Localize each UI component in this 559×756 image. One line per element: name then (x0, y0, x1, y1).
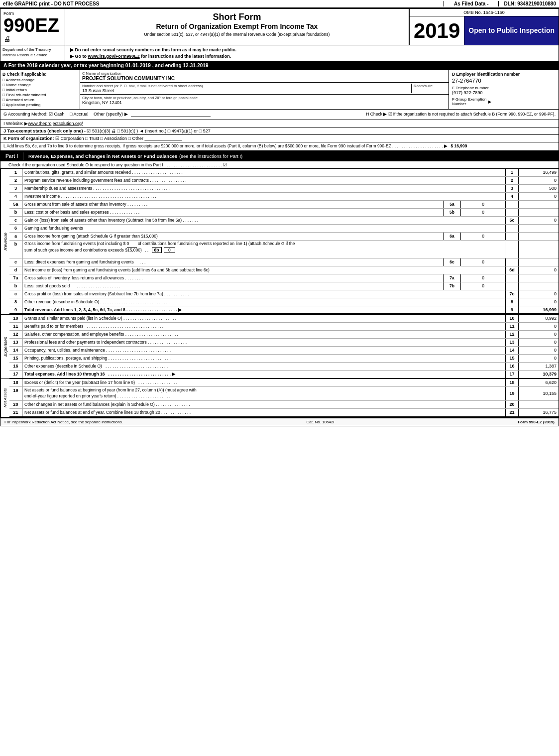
line-18-ref: 18 (506, 379, 519, 386)
net-assets-label: Net Assets (0, 379, 9, 417)
line-6a-field-label: 6a (443, 233, 461, 240)
line-19-desc: Net assets or fund balances at beginning… (22, 387, 506, 400)
check-h-section: H Check ▶ ☑ if the organization is not r… (366, 112, 556, 118)
line-2-row: 2 Program service revenue including gove… (9, 177, 559, 185)
line-15-desc: Printing, publications, postage, and shi… (22, 355, 506, 362)
line-21-desc: Net assets or fund balances at end of ye… (22, 409, 506, 416)
org-info-section: C Name of organization PROJECT SOLUTION … (80, 70, 449, 109)
line-4-amount: 0 (519, 193, 559, 200)
line-19-row: 19 Net assets or fund balances at beginn… (9, 387, 559, 401)
line-6b-desc: Gross income from fundraising events (no… (22, 241, 506, 258)
line-1-row: 1 Contributions, gifts, grants, and simi… (9, 169, 559, 177)
line-16-desc: Other expenses (describe in Schedule O) … (22, 363, 506, 370)
check-amended: □ Amended return (2, 98, 78, 102)
line-7a-amount (519, 274, 559, 282)
line-19-amount: 10,155 (519, 387, 559, 400)
line-5b-desc: Less: cost or other basis and sales expe… (22, 209, 443, 216)
line-5b-num: b (9, 209, 22, 216)
cash-check: ☑ Cash (49, 112, 65, 117)
line-2-ref: 2 (506, 177, 519, 184)
line-12-num: 12 (9, 331, 22, 338)
line-4-desc: Investment income . . . . . . . . . . . … (22, 193, 506, 200)
line-6d-amount: 0 (519, 266, 559, 274)
line-13-row: 13 Professional fees and other payments … (9, 339, 559, 347)
line-6c-desc: Less: direct expenses from gaming and fu… (22, 258, 443, 266)
check-applicable-section: B Check if applicable: □ Address change … (0, 70, 80, 109)
website-label: I Website: ▶ (3, 121, 28, 126)
org-address-value: 13 Susan Street (82, 88, 409, 93)
line-21-ref: 21 (506, 409, 519, 416)
line-7b-field-label: 7b (443, 282, 461, 290)
footer-center: Cat. No. 10642I (307, 420, 335, 424)
expenses-label: Expenses (0, 315, 9, 378)
line-11-desc: Benefits paid to or for members . . . . … (22, 323, 506, 330)
line-7a-field-label: 7a (443, 274, 461, 282)
line-9-row: 9 Total revenue. Add lines 1, 2, 3, 4, 5… (9, 306, 559, 314)
line-5a-desc: Gross amount from sale of assets other t… (22, 201, 443, 208)
line-5c-desc: Gain or (loss) from sale of assets other… (22, 217, 506, 224)
line-5a-ref (506, 201, 519, 208)
line-5b-field-value: 0 (461, 209, 506, 216)
line-8-ref: 8 (506, 298, 519, 306)
line-6b-num: b (9, 241, 22, 258)
check-name: □ Name change (2, 83, 78, 87)
form-org-row: K Form of organization: ☑ Corporation □ … (0, 135, 559, 142)
line-5b-field-label: 5b (443, 209, 461, 216)
line-6d-ref: 6d (506, 266, 519, 274)
org-name-label: C Name of organization (82, 71, 447, 76)
line-15-num: 15 (9, 355, 22, 362)
line-7a-field-value: 0 (461, 274, 506, 282)
line-3-num: 3 (9, 185, 22, 192)
line-17-desc: Total expenses. Add lines 10 through 16 … (22, 371, 506, 378)
line-4-ref: 4 (506, 193, 519, 200)
dept-box: Department of the TreasuryInternal Reven… (0, 45, 65, 61)
line-7a-num: 7a (9, 274, 22, 282)
line-18-desc: Excess or (deficit) for the year (Subtra… (22, 379, 506, 386)
underline-field (131, 112, 211, 117)
footer-left: For Paperwork Reduction Act Notice, see … (4, 420, 123, 424)
open-to-public: Open to Public Inspection (464, 16, 559, 45)
revenue-label: Revenue (0, 169, 9, 314)
line-9-amount: 16,999 (519, 306, 559, 313)
line-6a-desc: Gross income from gaming (attach Schedul… (22, 233, 443, 240)
org-address-label: Number and street (or P. O. box, if mail… (82, 84, 409, 88)
line-11-num: 11 (9, 323, 22, 330)
line-6-desc: Gaming and fundraising events (22, 225, 506, 232)
line-6d-num: d (9, 266, 22, 274)
form-number-box: Form 990EZ 🖨 (0, 9, 65, 45)
top-bar-right: DLN: 93492190010880 (499, 1, 556, 6)
line-7c-ref: 7c (506, 290, 519, 298)
line-19-ref: 19 (506, 387, 519, 400)
line-5c-row: c Gain or (loss) from sale of assets oth… (9, 217, 559, 225)
line-12-amount: 0 (519, 331, 559, 338)
line-6-header-row: 6 Gaming and fundraising events (9, 225, 559, 233)
line-6-amount (519, 225, 559, 232)
part-i-title: Revenue, Expenses, and Changes in Net As… (26, 152, 244, 160)
line-6a-field-value: 0 (461, 233, 506, 240)
line-15-row: 15 Printing, publications, postage, and … (9, 355, 559, 363)
form-org-label: K Form of organization: (3, 136, 54, 141)
employer-id-section: D Employer identification number 27-2764… (449, 70, 559, 109)
line-11-row: 11 Benefits paid to or for members . . .… (9, 323, 559, 331)
line-9-ref: 9 (506, 306, 519, 313)
line-5b-amount (519, 209, 559, 216)
line-16-ref: 16 (506, 363, 519, 370)
line-14-ref: 14 (506, 347, 519, 354)
accrual-check: □ Accrual (70, 112, 88, 117)
line-6-num: 6 (9, 225, 22, 232)
line-12-row: 12 Salaries, other compensation, and emp… (9, 331, 559, 339)
line-7b-ref (506, 282, 519, 290)
line-8-amount: 0 (519, 298, 559, 306)
line-1-num: 1 (9, 169, 22, 176)
line-6d-row: d Net income or (loss) from gaming and f… (9, 266, 559, 274)
line-1-ref: 1 (506, 169, 519, 176)
line-5c-num: c (9, 217, 22, 224)
line-21-row: 21 Net assets or fund balances at end of… (9, 409, 559, 417)
line-8-row: 8 Other revenue (describe in Schedule O)… (9, 298, 559, 306)
line-7c-row: c Gross profit or (loss) from sales of i… (9, 290, 559, 298)
line-5a-row: 5a Gross amount from sale of assets othe… (9, 201, 559, 209)
line-14-desc: Occupancy, rent, utilities, and maintena… (22, 347, 506, 354)
line-5b-ref (506, 209, 519, 216)
omb-number: OMB No. 1545-1150 (410, 9, 559, 16)
line-8-num: 8 (9, 298, 22, 306)
